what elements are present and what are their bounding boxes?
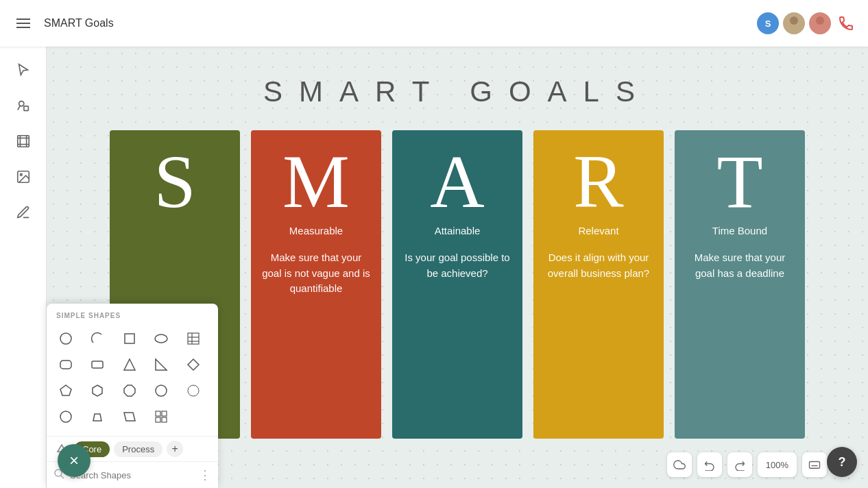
- shape-octagon[interactable]: [117, 378, 142, 403]
- card-a-subtitle: Attainable: [435, 225, 481, 236]
- card-m-subtitle: Measurable: [289, 225, 343, 236]
- smart-title: SMART GOALS: [263, 75, 651, 108]
- tab-process[interactable]: Process: [114, 441, 162, 457]
- search-shapes-input[interactable]: [70, 470, 193, 480]
- shape-circle2[interactable]: [149, 378, 173, 403]
- avatar-s: S: [757, 12, 779, 34]
- undo-button[interactable]: [697, 452, 722, 477]
- shape-grid[interactable]: [149, 404, 173, 429]
- svg-rect-14: [125, 334, 134, 343]
- svg-line-39: [61, 476, 64, 478]
- svg-point-29: [188, 385, 199, 396]
- svg-point-12: [20, 173, 22, 175]
- card-t-subtitle: Time Bound: [712, 225, 767, 236]
- card-t: T Time Bound Make sure that your goal ha…: [675, 130, 805, 439]
- card-m-body: Make sure that your goal is not vague an…: [262, 250, 370, 297]
- card-r-subtitle: Relevant: [578, 225, 618, 236]
- call-button[interactable]: [835, 12, 857, 34]
- keyboard-shortcut-button[interactable]: [802, 452, 827, 477]
- avatar-user1: [783, 12, 805, 34]
- card-r-body: Does it align with your overall business…: [544, 250, 653, 281]
- header: SMART Goals S: [0, 0, 868, 47]
- card-a-body: Is your goal possible to be achieved?: [403, 250, 511, 281]
- svg-point-30: [60, 411, 71, 422]
- card-r-letter: R: [573, 144, 623, 219]
- svg-marker-24: [188, 359, 199, 370]
- svg-marker-22: [124, 359, 135, 370]
- svg-marker-27: [124, 385, 135, 396]
- svg-point-15: [155, 334, 167, 343]
- card-a: A Attainable Is your goal possible to be…: [392, 130, 522, 439]
- svg-point-13: [60, 333, 71, 344]
- svg-rect-36: [162, 417, 167, 422]
- fab-close-button[interactable]: ×: [58, 444, 91, 477]
- shape-diamond[interactable]: [181, 352, 206, 377]
- svg-point-28: [156, 385, 167, 396]
- avatar-user2: [809, 12, 831, 34]
- shape-circle3[interactable]: [53, 404, 78, 429]
- menu-button[interactable]: [11, 11, 36, 36]
- svg-marker-31: [93, 414, 101, 421]
- bottom-toolbar: 100%: [667, 452, 827, 477]
- svg-rect-21: [92, 361, 103, 368]
- search-more-button[interactable]: ⋮: [199, 467, 211, 483]
- shape-parallelogram[interactable]: [117, 404, 142, 429]
- shape-right-triangle[interactable]: [149, 352, 173, 377]
- help-button[interactable]: ?: [827, 447, 857, 477]
- svg-rect-35: [156, 417, 160, 422]
- svg-rect-5: [23, 106, 27, 110]
- card-s-letter: S: [154, 144, 195, 219]
- cursor-tool[interactable]: [8, 55, 38, 85]
- shape-arc[interactable]: [85, 326, 110, 351]
- shape-hexagon[interactable]: [85, 378, 110, 403]
- cloud-save-button[interactable]: [667, 452, 692, 477]
- svg-rect-6: [17, 136, 29, 147]
- shapes-grid: [47, 324, 218, 436]
- zoom-level: 100%: [758, 452, 797, 477]
- card-m: M Measurable Make sure that your goal is…: [251, 130, 381, 439]
- svg-point-0: [790, 16, 798, 25]
- shapes-tool[interactable]: [8, 90, 38, 121]
- svg-marker-23: [156, 359, 167, 370]
- svg-rect-20: [60, 361, 71, 369]
- svg-point-3: [813, 25, 827, 34]
- card-m-letter: M: [282, 144, 350, 219]
- tab-add-button[interactable]: +: [167, 441, 183, 457]
- frame-tool[interactable]: [8, 126, 38, 156]
- svg-rect-16: [188, 333, 199, 344]
- shape-circle[interactable]: [53, 326, 78, 351]
- card-r: R Relevant Does it align with your overa…: [533, 130, 664, 439]
- hamburger-icon: [16, 19, 30, 28]
- shape-table[interactable]: [181, 326, 206, 351]
- card-t-body: Make sure that your goal has a deadline: [686, 250, 794, 281]
- svg-rect-34: [162, 411, 167, 416]
- shape-pentagon[interactable]: [53, 378, 78, 403]
- shape-triangle[interactable]: [117, 352, 142, 377]
- shape-ellipse[interactable]: [149, 326, 173, 351]
- document-title: SMART Goals: [44, 17, 757, 29]
- shape-rounded-rect[interactable]: [53, 352, 78, 377]
- shape-square[interactable]: [117, 326, 142, 351]
- svg-point-1: [787, 25, 801, 34]
- svg-marker-26: [93, 385, 102, 396]
- image-tool[interactable]: [8, 162, 38, 192]
- draw-tool[interactable]: [8, 197, 38, 228]
- svg-marker-32: [124, 413, 135, 421]
- svg-marker-25: [60, 385, 71, 395]
- card-t-letter: T: [716, 144, 762, 219]
- svg-rect-33: [156, 411, 160, 416]
- shapes-panel-header: SIMPLE SHAPES: [47, 304, 218, 324]
- avatar-group: S: [757, 12, 857, 34]
- left-toolbar: [0, 47, 47, 488]
- redo-button[interactable]: [727, 452, 752, 477]
- shape-rounded-rect2[interactable]: [85, 352, 110, 377]
- svg-point-2: [816, 16, 824, 25]
- shape-trapezoid[interactable]: [85, 404, 110, 429]
- shape-thin-circle[interactable]: [181, 378, 206, 403]
- card-a-letter: A: [430, 144, 484, 219]
- svg-rect-40: [810, 462, 820, 469]
